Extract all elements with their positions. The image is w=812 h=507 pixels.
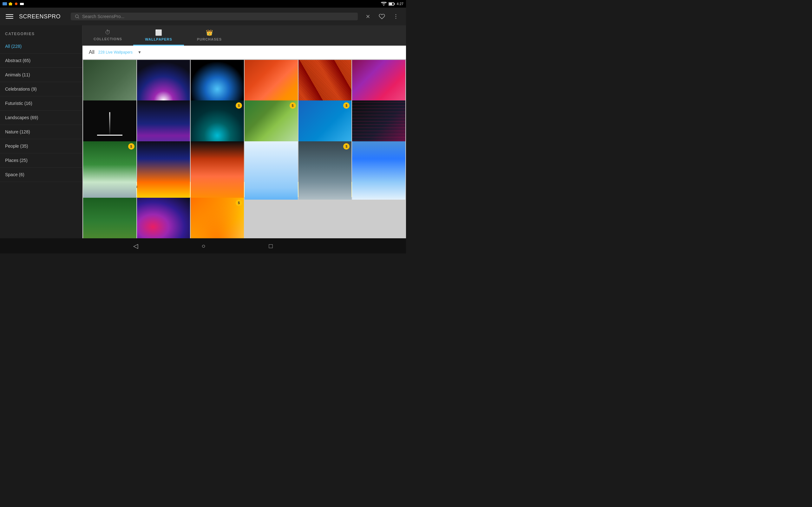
content-area: ⏱ COLLECTIONS ⬜ WALLPAPERS 👑 PURCHASES A… bbox=[83, 25, 406, 238]
search-icon bbox=[74, 14, 80, 19]
wallpaper-cell[interactable] bbox=[137, 141, 190, 200]
sidebar-item-places[interactable]: Places (25) bbox=[0, 153, 82, 168]
wallpapers-icon: ⬜ bbox=[155, 29, 162, 36]
filter-sublabel: 228 Live Wallpapers bbox=[98, 50, 133, 55]
svg-rect-0 bbox=[3, 2, 7, 5]
wallpaper-cell[interactable] bbox=[83, 198, 136, 238]
app-bar-actions bbox=[362, 10, 402, 23]
svg-rect-5 bbox=[394, 3, 395, 4]
sidebar-item-people[interactable]: People (35) bbox=[0, 139, 82, 153]
paid-badge: $ bbox=[343, 143, 350, 150]
tab-wallpapers-label: WALLPAPERS bbox=[145, 38, 172, 41]
wallpaper-grid: $ $ $ $ $ t bbox=[83, 59, 406, 238]
svg-point-1 bbox=[15, 3, 17, 5]
filter-bar: All 228 Live Wallpapers ▼ bbox=[83, 46, 406, 59]
paid-badge: $ bbox=[236, 200, 242, 206]
tab-purchases-label: PURCHASES bbox=[197, 38, 222, 41]
tab-collections-label: COLLECTIONS bbox=[94, 37, 122, 41]
svg-rect-2 bbox=[20, 3, 24, 5]
filter-label: All bbox=[89, 49, 95, 55]
wallpaper-cell[interactable] bbox=[352, 141, 405, 200]
paid-badge: $ bbox=[236, 102, 242, 109]
recents-button[interactable]: □ bbox=[269, 242, 273, 250]
svg-point-7 bbox=[75, 15, 78, 18]
status-bar: 4:27 bbox=[0, 0, 406, 8]
search-input[interactable] bbox=[82, 14, 354, 19]
home-button[interactable]: ○ bbox=[201, 242, 205, 250]
wallpaper-cell[interactable] bbox=[245, 141, 298, 200]
sidebar-header: CATEGORIES bbox=[0, 25, 82, 39]
tab-collections[interactable]: ⏱ COLLECTIONS bbox=[83, 25, 133, 46]
wallpaper-cell[interactable]: $ bbox=[83, 141, 136, 200]
collections-icon: ⏱ bbox=[105, 29, 111, 36]
clear-search-button[interactable] bbox=[362, 10, 374, 23]
svg-point-13 bbox=[396, 18, 397, 19]
purchases-icon: 👑 bbox=[206, 29, 213, 36]
status-bar-left bbox=[3, 2, 24, 5]
app-bar: SCREENSPRO bbox=[0, 8, 406, 25]
sidebar-item-nature[interactable]: Nature (128) bbox=[0, 125, 82, 139]
sidebar: CATEGORIES All (228) Abstract (65) Anima… bbox=[0, 25, 83, 238]
paid-badge: $ bbox=[128, 143, 135, 150]
main-layout: CATEGORIES All (228) Abstract (65) Anima… bbox=[0, 25, 406, 238]
sidebar-item-futuristic[interactable]: Futuristic (16) bbox=[0, 96, 82, 111]
search-bar bbox=[71, 13, 358, 20]
bottom-nav: ◁ ○ □ bbox=[0, 238, 406, 253]
svg-point-12 bbox=[396, 16, 397, 17]
menu-button[interactable] bbox=[4, 11, 15, 22]
wallpaper-cell[interactable]: $ bbox=[191, 198, 244, 238]
svg-point-11 bbox=[396, 14, 397, 15]
tab-bar: ⏱ COLLECTIONS ⬜ WALLPAPERS 👑 PURCHASES bbox=[83, 25, 406, 46]
filter-arrow-icon[interactable]: ▼ bbox=[138, 50, 142, 55]
sidebar-item-all[interactable]: All (228) bbox=[0, 39, 82, 54]
tab-purchases[interactable]: 👑 PURCHASES bbox=[184, 25, 235, 46]
status-bar-right: 4:27 bbox=[381, 2, 403, 6]
favorites-button[interactable] bbox=[375, 10, 388, 23]
clock: 4:27 bbox=[397, 2, 403, 6]
paid-badge: $ bbox=[343, 102, 350, 109]
svg-rect-6 bbox=[389, 3, 392, 5]
sidebar-item-space[interactable]: Space (6) bbox=[0, 168, 82, 182]
sidebar-item-landscapes[interactable]: Landscapes (69) bbox=[0, 111, 82, 125]
paid-badge: $ bbox=[290, 102, 296, 109]
svg-line-8 bbox=[78, 17, 79, 18]
sidebar-item-animals[interactable]: Animals (11) bbox=[0, 68, 82, 82]
wallpaper-cell[interactable]: $ bbox=[299, 141, 352, 200]
back-button[interactable]: ◁ bbox=[133, 242, 138, 250]
more-options-button[interactable] bbox=[390, 10, 402, 23]
sidebar-item-abstract[interactable]: Abstract (65) bbox=[0, 54, 82, 68]
wallpaper-cell[interactable] bbox=[191, 141, 244, 200]
wallpaper-cell[interactable] bbox=[137, 198, 190, 238]
sidebar-item-celebrations[interactable]: Celebrations (9) bbox=[0, 82, 82, 96]
svg-point-3 bbox=[383, 5, 384, 6]
tab-wallpapers[interactable]: ⬜ WALLPAPERS bbox=[133, 25, 184, 46]
app-title: SCREENSPRO bbox=[19, 13, 61, 20]
